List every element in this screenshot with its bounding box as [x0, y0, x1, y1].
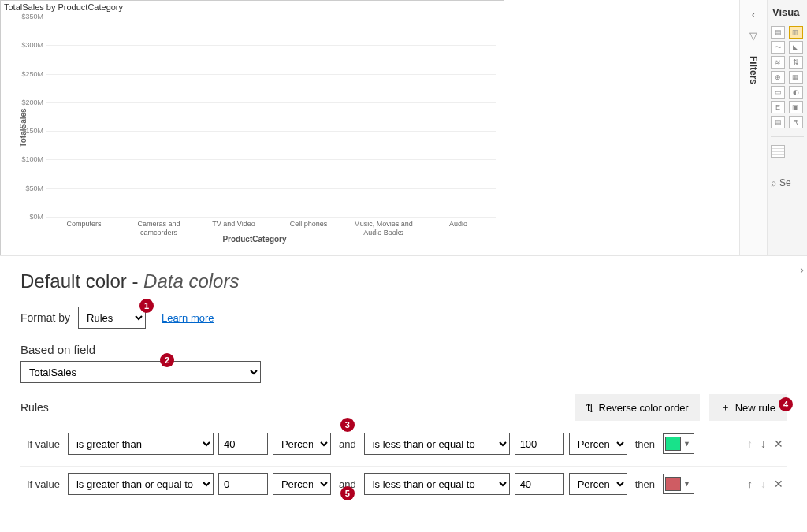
rule-if-label: If value	[24, 478, 63, 490]
rule-row-actions: ↑↓✕	[747, 478, 783, 490]
y-tick-label: $300M	[12, 41, 43, 49]
x-axis-label: ProductCategory	[222, 235, 286, 244]
y-tick-label: $200M	[12, 99, 43, 106]
viz-card-icon[interactable]: ▭	[771, 86, 785, 99]
category-label: Music, Movies and Audio Books	[348, 217, 419, 237]
search-label: Se	[779, 177, 791, 188]
rule-unit-2-select[interactable]: Percent	[569, 433, 627, 455]
collapse-chevron-icon[interactable]: ‹	[752, 8, 756, 20]
viz-stacked-bar-icon[interactable]: ▤	[771, 26, 785, 39]
fields-search[interactable]: ⌕ Se	[771, 177, 804, 188]
rule-row: If valueis greater than or equal toPerce…	[20, 466, 787, 501]
category-label: Cameras and camcorders	[124, 217, 195, 237]
new-rule-button[interactable]: ＋ New rule	[709, 394, 787, 421]
visualizations-title: Visua	[771, 5, 804, 23]
viz-matrix-icon[interactable]	[771, 145, 785, 158]
rule-unit-1-select[interactable]: Percent	[273, 473, 331, 495]
move-down-icon[interactable]: ↓	[761, 437, 766, 450]
chart-visual[interactable]: TotalSales by ProductCategory TotalSales…	[0, 0, 504, 255]
color-swatch	[665, 477, 681, 491]
viz-waterfall-icon[interactable]: ⇅	[789, 56, 803, 69]
based-on-field-label: Based on field	[20, 343, 787, 356]
visualization-gallery: ▤ ▥ 〜 ◣ ≋ ⇅ ⊕ ▦ ▭ ◐ E ▣ ▤ R	[771, 26, 804, 128]
filters-pane-collapsed[interactable]: ‹ ▽ Filters	[739, 0, 768, 255]
chevron-down-icon: ▼	[683, 440, 690, 448]
conditional-formatting-panel: Default color - Data colors Format by Ru…	[0, 256, 807, 515]
y-tick-label: $0M	[12, 213, 43, 221]
filters-label: Filters	[748, 56, 759, 84]
y-tick-label: $150M	[12, 127, 43, 135]
viz-area-icon[interactable]: ◣	[789, 41, 803, 54]
search-icon: ⌕	[771, 177, 776, 188]
rule-operator-2-select[interactable]: is less than or equal to	[364, 473, 510, 495]
category-label: Cell phones	[273, 217, 344, 229]
move-up-icon: ↑	[747, 437, 753, 450]
panel-title-main: Default color	[20, 270, 127, 292]
filter-icon: ▽	[749, 30, 757, 42]
rule-and-label: and	[336, 438, 359, 450]
chart-plot-area: $0M$50M$100M$150M$200M$250M$300M$350MCom…	[46, 17, 496, 217]
rule-value-1-input[interactable]	[218, 433, 268, 455]
viz-line-icon[interactable]: 〜	[771, 41, 785, 54]
close-icon[interactable]: ✕	[774, 437, 783, 450]
viz-gauge-icon[interactable]: ◐	[789, 86, 803, 99]
category-label: Computers	[49, 217, 120, 229]
viz-r-icon[interactable]: R	[789, 116, 803, 128]
rules-label: Rules	[20, 401, 49, 414]
y-tick-label: $350M	[12, 13, 43, 20]
y-tick-label: $250M	[12, 70, 43, 78]
viz-filled-map-icon[interactable]: ▦	[789, 71, 803, 84]
panel-title: Default color - Data colors	[20, 270, 787, 292]
rule-value-2-input[interactable]	[515, 433, 564, 455]
rule-row-actions: ↑↓✕	[747, 437, 783, 450]
learn-more-link[interactable]: Learn more	[162, 312, 214, 324]
viz-clustered-column-icon[interactable]: ▥	[789, 26, 803, 39]
close-icon[interactable]: ✕	[774, 478, 783, 490]
plus-icon: ＋	[720, 400, 731, 415]
color-swatch	[665, 437, 681, 451]
format-by-label: Format by	[20, 311, 70, 324]
move-up-icon[interactable]: ↑	[747, 478, 753, 490]
rule-and-label: and	[336, 478, 359, 490]
rule-operator-1-select[interactable]: is greater than or equal to	[68, 473, 214, 495]
rule-if-label: If value	[24, 438, 63, 450]
rule-value-1-input[interactable]	[218, 473, 268, 495]
swap-icon: ⇅	[586, 402, 594, 414]
chevron-down-icon: ▼	[683, 480, 690, 488]
rule-unit-1-select[interactable]: Percent	[273, 433, 331, 455]
y-tick-label: $50M	[12, 184, 43, 192]
category-label: Audio	[423, 217, 494, 229]
reverse-color-order-button[interactable]: ⇅ Reverse color order	[575, 394, 700, 421]
panel-title-sub: Data colors	[143, 270, 239, 292]
rule-then-label: then	[632, 478, 658, 490]
chart-title: TotalSales by ProductCategory	[1, 1, 504, 13]
rule-row: If valueis greater thanPercentand3is les…	[20, 426, 787, 461]
rule-unit-2-select[interactable]: Percent	[569, 473, 627, 495]
rule-value-2-input[interactable]	[515, 473, 564, 495]
viz-globe-icon[interactable]: ⊕	[771, 71, 785, 84]
y-tick-label: $100M	[12, 155, 43, 163]
viz-table-icon[interactable]: ▤	[771, 116, 785, 128]
rule-color-picker[interactable]: ▼	[663, 433, 694, 454]
rule-operator-2-select[interactable]: is less than or equal to	[364, 433, 510, 455]
rule-then-label: then	[632, 438, 658, 450]
rule-operator-1-select[interactable]: is greater than	[68, 433, 214, 455]
rule-color-picker[interactable]: ▼	[663, 474, 694, 494]
category-label: TV and Video	[199, 217, 270, 229]
viz-ribbon-icon[interactable]: ≋	[771, 56, 785, 69]
visualizations-pane: Visua ▤ ▥ 〜 ◣ ≋ ⇅ ⊕ ▦ ▭ ◐ E ▣ ▤ R ⌕	[768, 0, 807, 255]
based-on-field-select[interactable]: TotalSales	[20, 361, 261, 383]
move-down-icon: ↓	[761, 478, 766, 490]
format-by-select[interactable]: Rules	[78, 307, 146, 329]
viz-slicer-icon[interactable]: ▣	[789, 101, 803, 113]
viz-kpi-icon[interactable]: E	[771, 101, 785, 113]
